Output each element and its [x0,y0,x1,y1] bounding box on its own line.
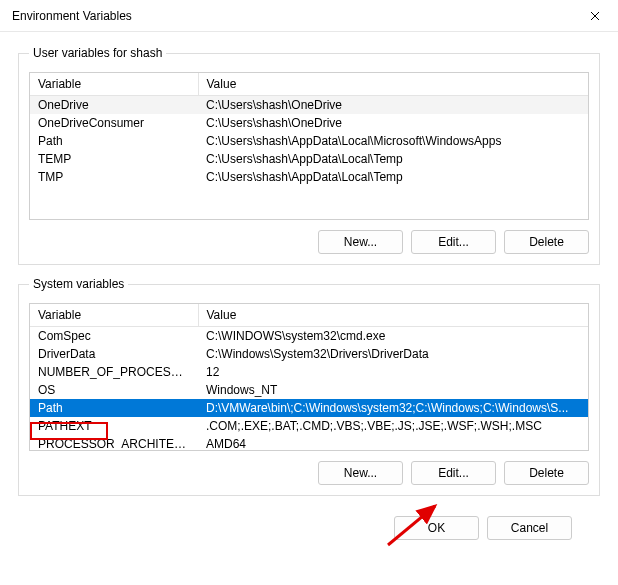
cell-value: C:\Users\shash\OneDrive [198,114,588,132]
cell-variable: OneDrive [30,96,198,115]
cell-value: C:\Users\shash\AppData\Local\Microsoft\W… [198,132,588,150]
cell-value: C:\Users\shash\OneDrive [198,96,588,115]
user-col-value[interactable]: Value [198,73,588,96]
cell-variable: Path [30,399,198,417]
user-button-row: New... Edit... Delete [29,230,589,254]
system-edit-button[interactable]: Edit... [411,461,496,485]
user-variables-table-wrap[interactable]: Variable Value OneDriveC:\Users\shash\On… [29,72,589,220]
dialog-content: User variables for shash Variable Value … [0,32,618,540]
close-icon [590,11,600,21]
cell-value: D:\VMWare\bin\;C:\Windows\system32;C:\Wi… [198,399,588,417]
cell-value: AMD64 [198,435,588,451]
user-variables-table: Variable Value OneDriveC:\Users\shash\On… [30,73,588,186]
user-delete-button[interactable]: Delete [504,230,589,254]
user-variables-legend: User variables for shash [29,46,166,60]
table-row[interactable]: PathD:\VMWare\bin\;C:\Windows\system32;C… [30,399,588,417]
sys-col-value[interactable]: Value [198,304,588,327]
dialog-button-row: OK Cancel [18,508,600,540]
system-delete-button[interactable]: Delete [504,461,589,485]
table-row[interactable]: PATHEXT.COM;.EXE;.BAT;.CMD;.VBS;.VBE;.JS… [30,417,588,435]
window-title: Environment Variables [12,9,132,23]
titlebar: Environment Variables [0,0,618,32]
cell-variable: DriverData [30,345,198,363]
table-row[interactable]: OneDriveC:\Users\shash\OneDrive [30,96,588,115]
cell-value: C:\WINDOWS\system32\cmd.exe [198,327,588,346]
table-row[interactable]: ComSpecC:\WINDOWS\system32\cmd.exe [30,327,588,346]
cell-value: Windows_NT [198,381,588,399]
ok-button[interactable]: OK [394,516,479,540]
user-variables-group: User variables for shash Variable Value … [18,46,600,265]
system-button-row: New... Edit... Delete [29,461,589,485]
cell-variable: TMP [30,168,198,186]
cell-value: 12 [198,363,588,381]
cell-variable: PATHEXT [30,417,198,435]
user-edit-button[interactable]: Edit... [411,230,496,254]
system-new-button[interactable]: New... [318,461,403,485]
cell-value: C:\Users\shash\AppData\Local\Temp [198,150,588,168]
cell-variable: Path [30,132,198,150]
cell-value: C:\Users\shash\AppData\Local\Temp [198,168,588,186]
table-row[interactable]: DriverDataC:\Windows\System32\Drivers\Dr… [30,345,588,363]
system-variables-group: System variables Variable Value ComSpecC… [18,277,600,496]
cancel-button[interactable]: Cancel [487,516,572,540]
table-row[interactable]: NUMBER_OF_PROCESSORS12 [30,363,588,381]
system-variables-legend: System variables [29,277,128,291]
user-new-button[interactable]: New... [318,230,403,254]
cell-variable: PROCESSOR_ARCHITECTURE [30,435,198,451]
user-col-variable[interactable]: Variable [30,73,198,96]
sys-col-variable[interactable]: Variable [30,304,198,327]
system-variables-table-wrap[interactable]: Variable Value ComSpecC:\WINDOWS\system3… [29,303,589,451]
table-row[interactable]: TEMPC:\Users\shash\AppData\Local\Temp [30,150,588,168]
cell-value: .COM;.EXE;.BAT;.CMD;.VBS;.VBE;.JS;.JSE;.… [198,417,588,435]
system-variables-table: Variable Value ComSpecC:\WINDOWS\system3… [30,304,588,451]
cell-value: C:\Windows\System32\Drivers\DriverData [198,345,588,363]
table-row[interactable]: OneDriveConsumerC:\Users\shash\OneDrive [30,114,588,132]
close-button[interactable] [572,0,618,32]
cell-variable: NUMBER_OF_PROCESSORS [30,363,198,381]
table-row[interactable]: PathC:\Users\shash\AppData\Local\Microso… [30,132,588,150]
cell-variable: OS [30,381,198,399]
table-row[interactable]: TMPC:\Users\shash\AppData\Local\Temp [30,168,588,186]
table-row[interactable]: OSWindows_NT [30,381,588,399]
cell-variable: ComSpec [30,327,198,346]
cell-variable: OneDriveConsumer [30,114,198,132]
cell-variable: TEMP [30,150,198,168]
table-row[interactable]: PROCESSOR_ARCHITECTUREAMD64 [30,435,588,451]
